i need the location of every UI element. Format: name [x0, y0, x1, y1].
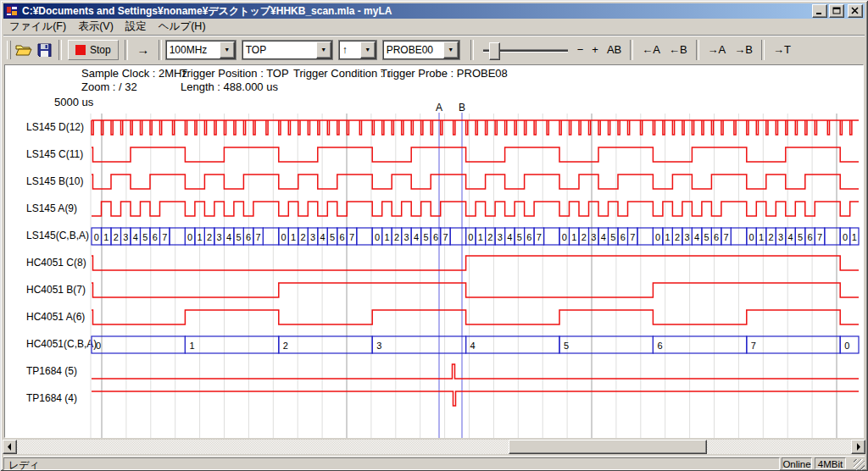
menu-help[interactable]: ヘルプ(H)	[153, 19, 212, 35]
svg-text:1: 1	[291, 232, 296, 242]
scroll-right-icon[interactable]	[851, 440, 865, 454]
svg-text:6: 6	[153, 232, 158, 242]
svg-text:4: 4	[133, 232, 138, 242]
svg-text:5: 5	[517, 232, 522, 242]
horizontal-scrollbar[interactable]	[3, 440, 865, 454]
goto-cursor-b-button[interactable]: ←B	[665, 42, 692, 58]
svg-text:7: 7	[751, 341, 756, 351]
svg-text:2: 2	[394, 232, 399, 242]
zoom-slider-thumb[interactable]	[489, 42, 500, 60]
signal-trace	[92, 147, 859, 162]
save-icon[interactable]	[34, 41, 54, 59]
menu-file[interactable]: ファイル(F)	[3, 19, 72, 35]
zoom-in-button[interactable]: +	[587, 42, 603, 58]
chevron-down-icon[interactable]: ▼	[360, 42, 376, 58]
scrollbar-thumb[interactable]	[509, 440, 707, 454]
svg-text:7: 7	[724, 232, 729, 242]
waveform-plot[interactable]: AB01234567012345670123456701234567012345…	[5, 65, 865, 439]
trigger-position-combo[interactable]: TOP ▼	[242, 41, 332, 59]
resize-grip[interactable]	[854, 459, 865, 470]
svg-text:1: 1	[478, 232, 483, 242]
chevron-down-icon[interactable]: ▼	[220, 42, 235, 58]
online-status-badge: Online	[782, 457, 812, 469]
svg-text:3: 3	[591, 232, 596, 242]
signal-trace	[92, 256, 859, 270]
toolbar-separator	[58, 40, 62, 60]
signal-trace	[92, 175, 859, 189]
status-bar: レディ Online 4MBit	[3, 456, 865, 470]
svg-text:0: 0	[281, 232, 286, 242]
svg-text:3: 3	[403, 232, 409, 242]
waveform-panel[interactable]: Sample Clock : 2MHz Trigger Position : T…	[4, 64, 864, 438]
svg-text:1: 1	[852, 232, 857, 242]
signal-trace	[92, 202, 859, 216]
svg-text:6: 6	[433, 232, 438, 242]
goto-trigger-button[interactable]: →T	[769, 42, 795, 58]
svg-text:4: 4	[507, 232, 512, 242]
trigger-probe-combo[interactable]: PROBE00 ▼	[383, 41, 459, 59]
svg-text:4: 4	[601, 232, 606, 242]
svg-text:2: 2	[207, 232, 212, 242]
status-message: レディ	[3, 457, 780, 470]
close-button[interactable]	[848, 4, 863, 18]
svg-text:5: 5	[610, 232, 615, 242]
svg-text:2: 2	[581, 232, 587, 242]
signal-trace	[92, 391, 859, 406]
svg-text:1: 1	[759, 232, 764, 242]
signal-trace	[92, 364, 859, 379]
scroll-left-icon[interactable]	[3, 440, 17, 454]
toolbar-separator	[696, 40, 699, 60]
svg-text:3: 3	[217, 232, 222, 242]
run-button[interactable]: →	[132, 42, 154, 57]
goto-cursor-a-button[interactable]: ←A	[637, 42, 665, 58]
svg-text:2: 2	[487, 232, 492, 242]
svg-text:5: 5	[798, 232, 803, 242]
svg-text:0: 0	[468, 232, 473, 242]
svg-text:6: 6	[657, 341, 662, 351]
trigger-edge-combo[interactable]: ↑ ▼	[339, 41, 376, 59]
svg-text:2: 2	[283, 341, 288, 351]
toolbar: Stop → 100MHz ▼ TOP ▼ ↑ ▼ PROBE00 ▼ − + …	[3, 35, 865, 64]
signal-trace: 012345670	[92, 336, 859, 353]
svg-text:4: 4	[320, 232, 325, 242]
svg-text:6: 6	[620, 232, 626, 242]
svg-text:1: 1	[198, 232, 203, 242]
svg-text:0: 0	[94, 232, 99, 242]
signal-trace	[92, 310, 859, 324]
svg-text:3: 3	[376, 341, 381, 351]
sample-clock-combo[interactable]: 100MHz ▼	[166, 41, 236, 59]
svg-text:5: 5	[142, 232, 147, 242]
app-icon	[5, 4, 19, 18]
svg-text:4: 4	[470, 341, 476, 351]
svg-text:7: 7	[630, 232, 635, 242]
svg-text:7: 7	[442, 232, 448, 242]
toolbar-separator	[630, 40, 633, 60]
svg-text:5: 5	[704, 232, 709, 242]
svg-text:1: 1	[571, 232, 576, 242]
toolbar-separator	[125, 40, 128, 60]
svg-text:7: 7	[162, 232, 167, 242]
zoom-slider[interactable]	[481, 40, 570, 60]
set-cursor-a-button[interactable]: →A	[704, 42, 731, 58]
chevron-down-icon[interactable]: ▼	[443, 42, 459, 58]
svg-text:0: 0	[843, 232, 848, 242]
zoom-out-button[interactable]: −	[573, 42, 588, 58]
chevron-down-icon[interactable]: ▼	[316, 42, 331, 58]
menu-view[interactable]: 表示(V)	[72, 19, 120, 35]
minimize-button[interactable]	[812, 4, 827, 18]
menu-bar: ファイル(F) 表示(V) 設定 ヘルプ(H)	[3, 19, 865, 34]
menu-settings[interactable]: 設定	[120, 19, 153, 35]
svg-text:6: 6	[807, 232, 812, 242]
svg-text:1: 1	[189, 341, 194, 351]
maximize-button[interactable]	[829, 4, 844, 18]
svg-text:0: 0	[96, 341, 101, 351]
svg-text:0: 0	[375, 232, 380, 242]
stop-button[interactable]: Stop	[68, 40, 119, 60]
set-cursor-b-button[interactable]: →B	[730, 42, 757, 58]
svg-text:3: 3	[123, 232, 128, 242]
toolbar-grip	[7, 41, 11, 59]
svg-text:2: 2	[675, 232, 680, 242]
svg-text:3: 3	[310, 232, 315, 242]
cursor-ab-button[interactable]: AB	[603, 42, 626, 58]
open-file-icon[interactable]	[14, 41, 34, 59]
